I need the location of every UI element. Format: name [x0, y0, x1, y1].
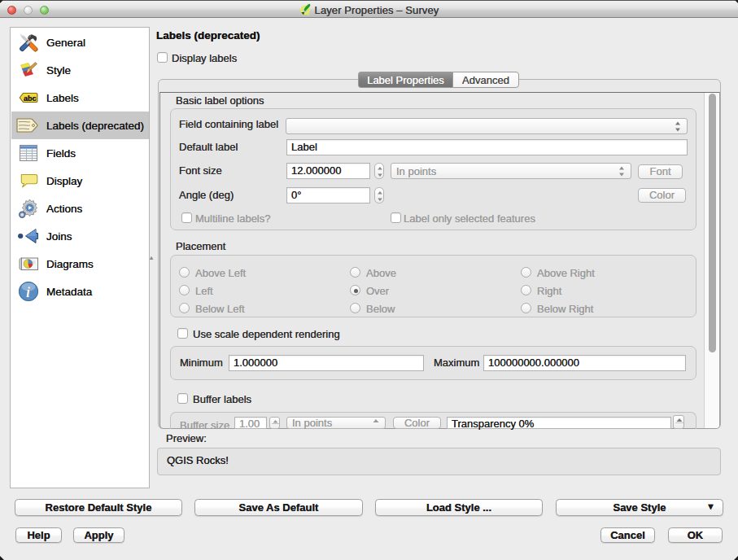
svg-text:i: i: [26, 284, 30, 300]
svg-text:abc: abc: [24, 94, 37, 103]
